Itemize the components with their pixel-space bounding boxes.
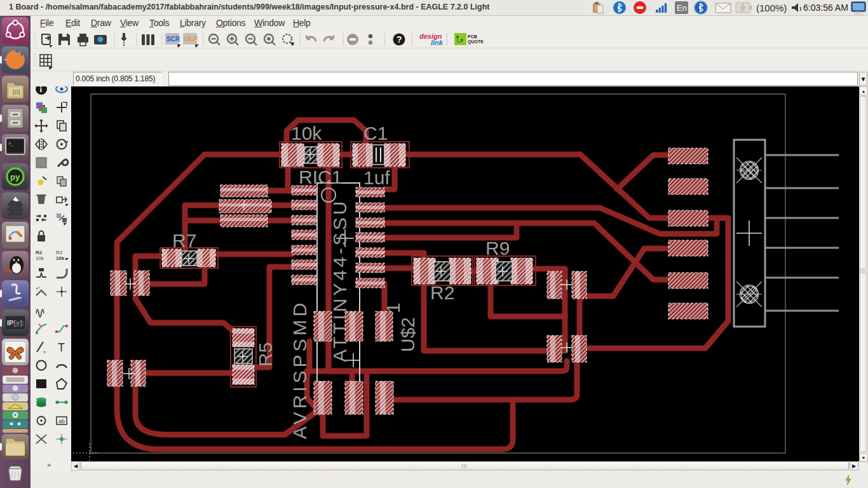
svg-text:QUOTE: QUOTE	[468, 39, 484, 44]
svg-text:link: link	[431, 39, 444, 46]
svg-text:IP[y]:: IP[y]:	[7, 319, 25, 327]
svg-text:RIC1: RIC1	[299, 166, 342, 187]
svg-text:R2: R2	[430, 282, 454, 303]
svg-text:C1: C1	[363, 123, 388, 144]
svg-text:6:03:56 AM: 6:03:56 AM	[803, 3, 848, 13]
svg-text:En: En	[677, 3, 687, 13]
svg-text:?: ?	[397, 34, 402, 44]
svg-text:[D]: [D]	[13, 89, 20, 95]
svg-text:AVRISPSMD: AVRISPSMD	[289, 300, 310, 439]
svg-text:ATTINY44-SSU: ATTINY44-SSU	[329, 199, 350, 363]
svg-text:10k: 10k	[36, 255, 44, 261]
svg-text:U$2: U$2	[397, 317, 418, 352]
svg-text:PCB: PCB	[468, 34, 477, 39]
svg-text:R5: R5	[255, 342, 276, 367]
svg-text:i: i	[40, 86, 43, 94]
svg-text:R7: R7	[172, 230, 196, 251]
svg-text:ULP: ULP	[185, 36, 198, 43]
svg-text:10k: 10k	[291, 123, 322, 144]
svg-text:R2: R2	[56, 250, 63, 255]
svg-text:10k: 10k	[56, 255, 65, 261]
svg-text:R2: R2	[36, 250, 43, 255]
svg-text:py: py	[10, 172, 20, 182]
svg-text:»: »	[47, 461, 51, 468]
svg-text:T: T	[58, 341, 65, 354]
svg-text:SCR: SCR	[166, 36, 180, 43]
svg-text:ab: ab	[58, 418, 65, 424]
svg-text:R9: R9	[485, 238, 510, 259]
svg-text:(100%): (100%)	[756, 3, 787, 13]
svg-text:1uf: 1uf	[363, 167, 390, 188]
svg-text:1: 1	[383, 302, 403, 313]
svg-text:>_: >_	[8, 141, 13, 146]
